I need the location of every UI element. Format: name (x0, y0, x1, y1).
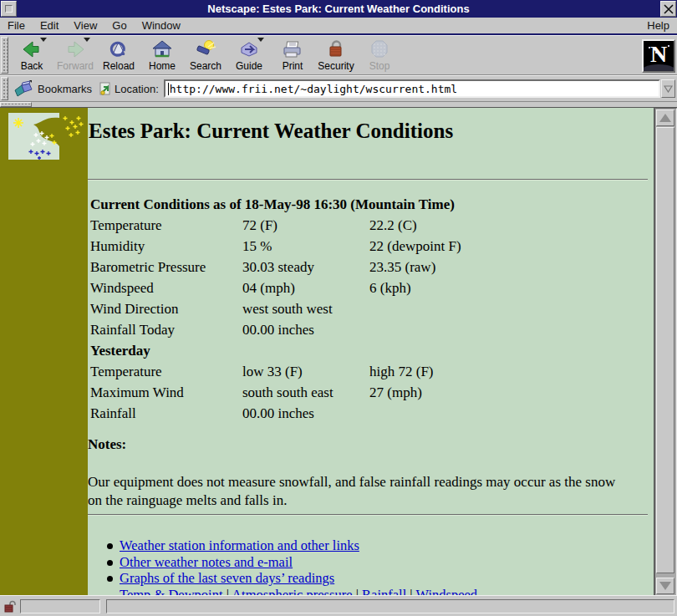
row-label: Temperature (88, 364, 242, 380)
url-text: http://www.frii.net/~daylight/wscurrent.… (170, 83, 457, 95)
location-page-icon[interactable] (99, 82, 111, 95)
forward-label: Forward (57, 60, 94, 72)
graph-link[interactable]: Windspeed (415, 587, 477, 596)
menu-window[interactable]: Window (135, 19, 188, 32)
window-titlebar[interactable]: Netscape: Estes Park: Current Weather Co… (0, 0, 677, 18)
menu-go[interactable]: Go (104, 19, 134, 32)
security-button[interactable]: Security (314, 38, 358, 74)
reload-icon (108, 38, 130, 60)
search-label: Search (190, 60, 221, 72)
forward-arrow-icon (64, 38, 86, 60)
url-dropdown-icon (664, 85, 673, 93)
home-icon (151, 38, 173, 60)
window-menu-button[interactable] (1, 1, 17, 17)
scrollbar-thumb[interactable] (656, 127, 674, 573)
back-button[interactable]: Back (10, 38, 53, 74)
scroll-up-button[interactable] (656, 109, 674, 126)
row-label: Barometric Pressure (88, 259, 242, 276)
window-menu-icon (5, 5, 13, 13)
scroll-up-arrow-icon (659, 114, 671, 122)
text-cursor (168, 83, 169, 95)
row-value-2: 6 (kph) (369, 280, 411, 297)
reload-label: Reload (103, 60, 135, 72)
links-list: Weather station information and other li… (88, 537, 654, 587)
link-other-weather-notes[interactable]: Other weather notes and e-mail (120, 554, 293, 570)
close-x-icon (664, 4, 674, 14)
row-value-1: south south east (242, 384, 369, 401)
row-value-2: 23.35 (raw) (369, 259, 435, 276)
netscape-browser-window: Netscape: Estes Park: Current Weather Co… (0, 0, 677, 616)
toolbar-gripper[interactable] (1, 37, 8, 74)
row-label: Windspeed (88, 280, 242, 297)
vertical-scrollbar[interactable] (654, 108, 677, 595)
star-dot (668, 45, 669, 47)
forward-button[interactable]: Forward (53, 38, 97, 74)
stop-button[interactable]: Stop (358, 38, 401, 74)
row-label: Wind Direction (88, 301, 242, 318)
row-label: Maximum Wind (88, 384, 242, 401)
scroll-down-arrow-icon (659, 582, 671, 590)
url-history-dropdown-button[interactable] (661, 79, 675, 98)
window-title: Netscape: Estes Park: Current Weather Co… (207, 3, 469, 15)
bookmarks-label: Bookmarks (38, 83, 92, 95)
search-button[interactable]: Search (184, 38, 227, 74)
row-label: Rainfall Today (88, 322, 242, 339)
back-arrow-icon (21, 38, 43, 60)
link-graphs-seven-days[interactable]: Graphs of the last seven days’ readings (120, 570, 334, 586)
row-value-2: 22 (dewpoint F) (369, 238, 461, 255)
url-input[interactable]: http://www.frii.net/~daylight/wscurrent.… (164, 79, 660, 98)
table-row: Temperature low 33 (F) high 72 (F) (88, 361, 654, 382)
netscape-logo-throbber[interactable]: N (642, 39, 675, 73)
link-separator: | (353, 587, 363, 596)
notes-paragraph: Our equipment does not measure snowfall,… (88, 473, 627, 509)
graph-link[interactable]: Temp & Dewpoint (120, 587, 223, 596)
home-button[interactable]: Home (140, 38, 184, 74)
notes-heading: Notes: (88, 436, 654, 453)
progress-panel (20, 599, 100, 613)
page-sidebar-band (0, 108, 88, 595)
security-label: Security (318, 60, 354, 72)
location-bar: Bookmarks Location: http://www.frii.net/… (0, 75, 677, 102)
menubar: File Edit View Go Window Help (0, 18, 677, 33)
status-message-panel (106, 599, 674, 613)
menu-file[interactable]: File (0, 19, 33, 32)
table-row: Rainfall 00.00 inches (88, 403, 654, 424)
back-label: Back (21, 60, 43, 72)
window-close-button[interactable] (660, 1, 676, 17)
location-label: Location: (115, 83, 159, 95)
bookmarks-button[interactable]: Bookmarks (10, 80, 99, 97)
menu-edit[interactable]: Edit (33, 19, 66, 32)
print-button[interactable]: Print (271, 38, 314, 74)
print-label: Print (283, 60, 303, 72)
row-value-2: 27 (mph) (369, 384, 422, 401)
search-flashlight-icon (195, 38, 216, 60)
menu-view[interactable]: View (66, 19, 104, 32)
table-row: Rainfall Today 00.00 inches (88, 319, 654, 340)
status-bar (0, 595, 677, 616)
stop-icon (369, 38, 390, 60)
security-status-lock-icon[interactable] (3, 600, 17, 613)
row-value-1: low 33 (F) (242, 364, 369, 380)
row-label: Humidity (88, 238, 242, 255)
graph-link[interactable]: Atmospheric pressure (232, 587, 352, 596)
row-value-1: 04 (mph) (242, 280, 369, 297)
horizontal-rule (88, 514, 648, 516)
table-row: Barometric Pressure 30.03 steady 23.35 (… (88, 257, 654, 277)
row-label: Yesterday (88, 343, 242, 359)
home-label: Home (149, 60, 176, 72)
bookmark-book-icon (13, 80, 33, 97)
table-row: Wind Direction west south west (88, 298, 654, 319)
printer-icon (282, 38, 303, 60)
graph-link[interactable]: Rainfall (362, 587, 406, 596)
guide-icon (238, 38, 260, 60)
guide-button[interactable]: Guide (227, 38, 271, 74)
weather-station-logo-icon (8, 113, 87, 166)
row-value-1: 00.00 inches (242, 405, 369, 422)
row-label: Rainfall (88, 405, 242, 422)
link-weather-station-info[interactable]: Weather station information and other li… (120, 537, 359, 553)
page-main: Estes Park: Current Weather Conditions C… (88, 108, 654, 595)
scroll-down-button[interactable] (656, 578, 674, 594)
menu-help[interactable]: Help (639, 19, 677, 32)
reload-button[interactable]: Reload (97, 38, 140, 74)
locationbar-gripper[interactable] (1, 77, 8, 100)
